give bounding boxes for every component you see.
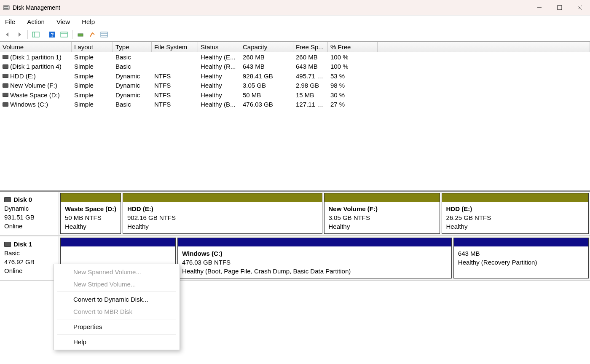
maximize-button[interactable]: [550, 0, 570, 15]
volume-row[interactable]: (Disk 1 partition 1)SimpleBasicHealthy (…: [0, 52, 590, 62]
volume-name: HDD (E:): [10, 72, 36, 80]
ctx-convert-dynamic[interactable]: Convert to Dynamic Disk...: [54, 293, 180, 305]
volume-row[interactable]: HDD (E:)SimpleDynamicNTFSHealthy928.41 G…: [0, 71, 590, 81]
volume-pfree: 100 %: [328, 63, 378, 70]
volume-fs: NTFS: [152, 82, 198, 89]
window-title: Disk Management: [13, 4, 60, 11]
ctx-properties[interactable]: Properties: [54, 321, 180, 333]
back-button[interactable]: [3, 29, 13, 40]
volume-list: Volume Layout Type File System Status Ca…: [0, 41, 590, 190]
volume-capacity: 476.03 GB: [240, 101, 293, 108]
volume-layout: Simple: [72, 72, 113, 80]
partition[interactable]: 643 MBHealthy (Recovery Partition): [453, 238, 589, 278]
col-volume[interactable]: Volume: [0, 42, 72, 52]
volume-name: Windows (C:): [10, 101, 48, 108]
volume-pfree: 30 %: [328, 91, 378, 99]
disk-row: Disk 0Dynamic931.51 GBOnlineWaste Space …: [0, 192, 590, 236]
volume-layout: Simple: [72, 91, 113, 99]
partition-size: 643 MB: [458, 249, 584, 258]
disk-label[interactable]: Disk 1Basic476.92 GBOnline: [0, 236, 59, 280]
settings-button[interactable]: [87, 29, 97, 40]
volume-row[interactable]: Windows (C:)SimpleBasicNTFSHealthy (B...…: [0, 100, 590, 110]
svg-rect-11: [61, 32, 67, 37]
volume-icon: [3, 55, 8, 59]
partition-status: Healthy: [65, 222, 116, 231]
disk-name: Disk 1: [13, 240, 32, 249]
volume-icon: [3, 93, 8, 97]
volume-status: Healthy: [198, 91, 240, 99]
col-type[interactable]: Type: [113, 42, 152, 52]
volume-fs: NTFS: [152, 101, 198, 108]
show-hide-tree-button[interactable]: [31, 29, 41, 40]
ctx-new-striped: New Striped Volume...: [54, 278, 180, 290]
svg-text:?: ?: [51, 32, 54, 38]
volume-type: Basic: [113, 63, 152, 70]
partition-size: 50 MB NTFS: [65, 213, 116, 222]
disk-type: Basic: [4, 249, 54, 257]
volume-type: Basic: [113, 101, 152, 108]
volume-name: (Disk 1 partition 1): [10, 54, 62, 61]
forward-button[interactable]: [14, 29, 24, 40]
volume-status: Healthy: [198, 72, 240, 80]
ctx-help[interactable]: Help: [54, 336, 180, 348]
partition-header-bar: [61, 238, 175, 246]
col-status[interactable]: Status: [198, 42, 240, 52]
col-pfree[interactable]: % Free: [328, 42, 378, 52]
svg-rect-0: [3, 5, 9, 10]
close-button[interactable]: [570, 0, 590, 15]
partition[interactable]: Waste Space (D:)50 MB NTFSHealthy: [60, 193, 121, 234]
partition-title: New Volume (F:): [329, 204, 435, 213]
volume-icon: [3, 102, 8, 107]
volume-capacity: 50 MB: [240, 91, 293, 99]
col-free[interactable]: Free Sp...: [293, 42, 328, 52]
volume-name: Waste Space (D:): [10, 91, 60, 99]
refresh-button[interactable]: [59, 29, 69, 40]
titlebar: Disk Management: [0, 0, 590, 15]
volume-free: 495.71 GB: [293, 72, 328, 80]
svg-rect-14: [101, 32, 107, 37]
partition[interactable]: New Volume (F:)3.05 GB NTFSHealthy: [324, 193, 440, 234]
partition-status: Healthy: [127, 222, 318, 231]
partition[interactable]: HDD (E:)26.25 GB NTFSHealthy: [442, 193, 589, 234]
disk-icon: [4, 197, 11, 202]
volume-pfree: 100 %: [328, 54, 378, 61]
partition[interactable]: HDD (E:)902.16 GB NTFSHealthy: [123, 193, 322, 234]
partition-status: Healthy (Recovery Partition): [458, 258, 584, 267]
volume-pfree: 27 %: [328, 101, 378, 108]
menu-action[interactable]: Action: [25, 17, 46, 26]
disk-label[interactable]: Disk 0Dynamic931.51 GBOnline: [0, 192, 59, 235]
partition-title: HDD (E:): [446, 204, 584, 213]
help-button[interactable]: ?: [47, 29, 57, 40]
col-layout[interactable]: Layout: [72, 42, 113, 52]
volume-fs: NTFS: [152, 91, 198, 99]
partition-status: Healthy (Boot, Page File, Crash Dump, Ba…: [182, 267, 447, 276]
volume-layout: Simple: [72, 82, 113, 89]
rescan-button[interactable]: [75, 29, 86, 40]
disk-size: 931.51 GB: [4, 213, 54, 222]
volume-free: 127.11 GB: [293, 101, 328, 108]
volume-layout: Simple: [72, 63, 113, 70]
volume-capacity: 260 MB: [240, 54, 293, 61]
volume-layout: Simple: [72, 101, 113, 108]
volume-status: Healthy (E...: [198, 54, 240, 61]
menu-help[interactable]: Help: [80, 17, 97, 26]
disk-icon: [4, 242, 11, 247]
col-capacity[interactable]: Capacity: [240, 42, 293, 52]
volume-capacity: 3.05 GB: [240, 82, 293, 89]
list-view-button[interactable]: [99, 29, 109, 40]
disk-state: Online: [4, 222, 54, 230]
volume-list-header: Volume Layout Type File System Status Ca…: [0, 41, 590, 52]
menu-file[interactable]: File: [3, 17, 17, 26]
col-fs[interactable]: File System: [152, 42, 198, 52]
ctx-new-spanned: New Spanned Volume...: [54, 266, 180, 278]
svg-rect-7: [32, 32, 39, 37]
volume-row[interactable]: New Volume (F:)SimpleDynamicNTFSHealthy3…: [0, 81, 590, 91]
volume-row[interactable]: (Disk 1 partition 4)SimpleBasicHealthy (…: [0, 62, 590, 72]
partition[interactable]: Windows (C:)476.03 GB NTFSHealthy (Boot,…: [177, 238, 452, 278]
volume-row[interactable]: Waste Space (D:)SimpleDynamicNTFSHealthy…: [0, 90, 590, 100]
minimize-button[interactable]: [529, 0, 550, 15]
app-icon: [3, 4, 10, 11]
partition-header-bar: [123, 193, 322, 202]
menu-view[interactable]: View: [55, 17, 72, 26]
partition-size: 476.03 GB NTFS: [182, 258, 447, 267]
